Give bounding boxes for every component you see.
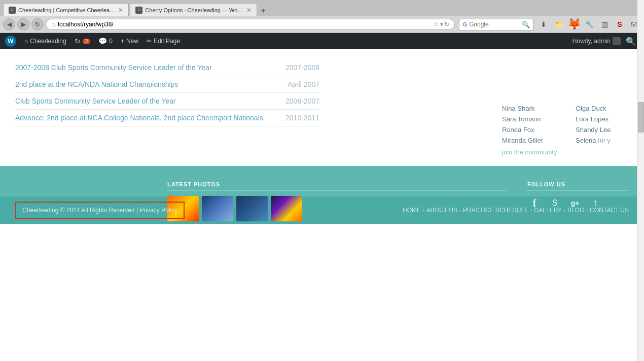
achievement-link-3[interactable]: Club Sports Community Service Leader of … (15, 97, 176, 105)
admin-new[interactable]: + New (117, 33, 142, 49)
nav-dot-2: • (459, 208, 461, 213)
footer-nav-about[interactable]: ABOUT US (426, 207, 457, 214)
admin-site-name[interactable]: ⌂ Cheerleading (20, 33, 70, 49)
skype-icon[interactable]: S (548, 196, 562, 210)
browser-tabs: C Cheerleading | Competitive Cheerlea...… (0, 0, 644, 16)
back-button[interactable]: ◀ (3, 18, 15, 30)
roster-member-1: Nina Shark (502, 104, 555, 113)
achievement-row-1: 2007-2008 Club Sports Community Service … (15, 59, 319, 76)
follow-us-label: FOLLOW US (527, 181, 629, 191)
tab-favicon-2: C (135, 7, 142, 14)
privacy-link[interactable]: Privacy Policy (139, 207, 177, 214)
twitter-icon[interactable]: t (588, 196, 602, 210)
url-input[interactable] (58, 21, 432, 28)
copyright-box: Cheerleading © 2014 All Rights Reserved … (15, 202, 185, 219)
footer-teal: LATEST PHOTOS FOLLOW US f S (0, 166, 644, 196)
achievements-list: 2007-2008 Club Sports Community Service … (15, 59, 319, 126)
wp-admin-bar: W ⌂ Cheerleading ↻ 2 💬 0 + New ✏ Edit Pa… (0, 33, 644, 49)
updates-icon: ↻ (75, 37, 81, 45)
nav-dot-1: • (423, 208, 424, 213)
admin-edit-page[interactable]: ✏ Edit Page (142, 33, 184, 49)
reload-icon: ↻ (444, 21, 449, 28)
search-box[interactable]: G 🔍 (459, 19, 533, 30)
folder-icon[interactable]: 📁 (553, 18, 565, 30)
footer-nav-practice[interactable]: PRACTICE SCHEDULE (463, 207, 528, 214)
search-magnifier-icon: 🔍 (522, 21, 530, 28)
tools-icon[interactable]: 🔧 (583, 18, 595, 30)
google-plus-icon[interactable]: g+ (568, 196, 582, 210)
roster-member-2: Olga Duck (576, 104, 629, 113)
admin-updates[interactable]: ↻ 2 (70, 33, 95, 49)
photo-thumb-4[interactable] (271, 196, 302, 221)
admin-avatar[interactable] (613, 37, 621, 45)
achievement-row-3: Club Sports Community Service Leader of … (15, 93, 319, 110)
roster-member-4: Lora Lopes (576, 114, 629, 124)
achievement-link-2[interactable]: 2nd place at the NCA/NDA National Champi… (15, 80, 178, 88)
footer-nav-home[interactable]: HOME (403, 207, 421, 214)
roster-member-3: Sara Tomson (502, 114, 555, 124)
refresh-button[interactable]: ↻ (31, 18, 44, 30)
tab-label-2: Cherry Options · Cheerleading — Wo... (145, 7, 242, 13)
bookmark-icon: ☆ (434, 21, 439, 28)
roster-member-7: Miranda Giller (502, 136, 555, 145)
address-bar[interactable]: ⌂ ☆ ▾ ↻ (46, 19, 455, 30)
admin-comments[interactable]: 💬 0 (94, 33, 117, 49)
achievement-date-1: 2007-2008 (285, 63, 319, 72)
browser-frame: C Cheerleading | Competitive Cheerlea...… (0, 0, 644, 33)
copyright-text: Cheerleading © 2014 All Rights Reserved (22, 207, 135, 214)
howdy-text: Howdy, admin (573, 38, 611, 45)
browser-tools: ⬇ 📁 🦊 🔧 ▥ S 5/5 (538, 18, 641, 30)
photo-thumb-2[interactable] (202, 196, 233, 221)
sidebar-toggle-icon[interactable]: ▥ (598, 18, 611, 30)
browser-nav: ◀ ▶ ↻ ⌂ ☆ ▾ ↻ G 🔍 ⬇ 📁 🦊 🔧 ▥ S 5/5 (0, 16, 644, 33)
join-community-link[interactable]: join the community (502, 148, 629, 156)
comments-icon: 💬 (98, 37, 107, 45)
achievement-date-4: 2010-2011 (285, 114, 319, 122)
plus-icon: + (121, 38, 124, 45)
edit-icon: ✏ (147, 38, 152, 45)
tab-cheerleading[interactable]: C Cheerleading | Competitive Cheerlea...… (3, 3, 129, 16)
roster-member-5: Ronda Fox (502, 125, 555, 135)
achievement-row-4: Advance: 2nd place at NCA College Nation… (15, 110, 319, 126)
achievement-date-2: April 2007 (288, 80, 319, 88)
latest-photos-section: LATEST PHOTOS (167, 181, 507, 224)
latest-photos-label: LATEST PHOTOS (167, 181, 507, 191)
achievement-date-3: 2006-2007 (285, 97, 319, 105)
home-icon: ⌂ (51, 21, 55, 28)
admin-right: Howdy, admin 🔍 (573, 37, 639, 46)
dropdown-icon: ▾ (440, 21, 443, 28)
tab-label-1: Cheerleading | Competitive Cheerlea... (18, 7, 114, 13)
tab-close-1[interactable]: ✕ (118, 7, 123, 14)
tab-close-2[interactable]: ✕ (246, 7, 252, 14)
tab-cherry[interactable]: C Cherry Options · Cheerleading — Wo... … (130, 3, 257, 16)
wp-logo[interactable]: W (5, 36, 16, 47)
extension-s-icon[interactable]: S (614, 18, 626, 30)
main-content: 2007-2008 Club Sports Community Service … (0, 49, 644, 166)
download-icon[interactable]: ⬇ (538, 18, 550, 30)
search-input[interactable] (469, 21, 520, 28)
tab-favicon-1: C (9, 7, 16, 14)
back-to-top-button[interactable]: ▲ (598, 133, 614, 148)
nav-dot-5: • (586, 208, 588, 213)
achievement-link-4[interactable]: Advance: 2nd place at NCA College Nation… (15, 114, 263, 122)
firefox-icon: 🦊 (568, 18, 580, 30)
photo-thumb-3[interactable] (236, 196, 268, 221)
home-icon: ⌂ (24, 38, 28, 45)
nav-dot-4: • (564, 208, 565, 213)
forward-button[interactable]: ▶ (17, 18, 29, 30)
new-tab-button[interactable]: + (258, 5, 269, 16)
scrollbar[interactable] (637, 0, 644, 224)
achievement-row-2: 2nd place at the NCA/NDA National Champi… (15, 76, 319, 93)
scrollbar-thumb[interactable] (638, 102, 644, 133)
comments-count: 0 (109, 38, 113, 45)
updates-badge: 2 (83, 39, 91, 44)
content-wrapper: 2007-2008 Club Sports Community Service … (0, 49, 644, 224)
follow-us-section: FOLLOW US f S g+ t (527, 181, 629, 224)
google-icon: G (462, 21, 467, 27)
facebook-icon[interactable]: f (527, 196, 542, 210)
achievement-link-1[interactable]: 2007-2008 Club Sports Community Service … (15, 63, 212, 72)
